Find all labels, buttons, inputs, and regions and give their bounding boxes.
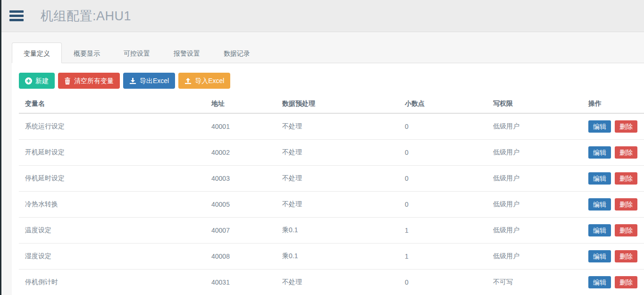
edit-button[interactable]: 编辑 xyxy=(588,172,611,185)
edit-button[interactable]: 编辑 xyxy=(588,224,611,236)
menu-toggle-icon[interactable] xyxy=(9,10,24,21)
cell-permission: 不可写 xyxy=(487,270,582,295)
tab-4[interactable]: 报警设置 xyxy=(162,42,212,63)
column-header: 变量名 xyxy=(19,95,205,113)
cell-permission: 低级用户 xyxy=(487,113,582,140)
cell-address: 40008 xyxy=(205,244,276,270)
cell-variable-name: 湿度设定 xyxy=(19,244,205,270)
new-button[interactable]: 新建 xyxy=(19,73,55,89)
cell-address: 40001 xyxy=(205,113,276,140)
toolbar: 新建 清空所有变量 导出Excel 导入Excel xyxy=(19,73,644,89)
tab-bar: 变量定义概要显示可控设置报警设置数据记录 xyxy=(12,42,644,63)
export-excel-button[interactable]: 导出Excel xyxy=(123,73,175,89)
cell-decimal: 0 xyxy=(399,192,487,218)
cell-permission: 低级用户 xyxy=(487,218,582,244)
cell-address: 40002 xyxy=(205,140,276,166)
delete-button[interactable]: 删除 xyxy=(615,146,637,159)
cell-permission: 低级用户 xyxy=(487,192,582,218)
table-row: 停机延时设定40003不处理0低级用户编辑删除 xyxy=(19,166,644,192)
edit-button[interactable]: 编辑 xyxy=(588,146,611,159)
clear-button-label: 清空所有变量 xyxy=(74,76,114,85)
cell-preprocess: 不处理 xyxy=(276,166,399,192)
edit-button[interactable]: 编辑 xyxy=(588,198,611,211)
delete-button[interactable]: 删除 xyxy=(615,172,637,185)
cell-address: 40005 xyxy=(205,192,276,218)
collapsed-sidebar-edge xyxy=(0,0,1,295)
table-row: 温度设定40007乘0.11低级用户编辑删除 xyxy=(19,218,644,244)
trash-icon xyxy=(64,77,71,84)
clear-all-variables-button[interactable]: 清空所有变量 xyxy=(58,73,120,89)
new-button-label: 新建 xyxy=(35,76,49,85)
column-header: 数据预处理 xyxy=(276,95,399,113)
download-icon xyxy=(129,77,136,84)
cell-variable-name: 停机倒计时 xyxy=(19,270,205,295)
cell-actions: 编辑删除 xyxy=(582,270,644,295)
cell-actions: 编辑删除 xyxy=(582,166,644,192)
export-button-label: 导出Excel xyxy=(140,76,169,85)
cell-decimal: 0 xyxy=(399,270,487,295)
variables-table: 变量名地址数据预处理小数点写权限操作 系统运行设定40001不处理0低级用户编辑… xyxy=(19,95,644,295)
cell-actions: 编辑删除 xyxy=(582,244,644,270)
table-row: 冷热水转换40005不处理0低级用户编辑删除 xyxy=(19,192,644,218)
import-excel-button[interactable]: 导入Excel xyxy=(178,73,230,89)
cell-preprocess: 不处理 xyxy=(276,192,399,218)
cell-decimal: 1 xyxy=(399,244,487,270)
column-header: 操作 xyxy=(582,95,644,113)
table-header-row: 变量名地址数据预处理小数点写权限操作 xyxy=(19,95,644,113)
delete-button[interactable]: 删除 xyxy=(615,276,637,288)
column-header: 地址 xyxy=(205,95,276,113)
cell-preprocess: 不处理 xyxy=(276,113,399,140)
cell-preprocess: 乘0.1 xyxy=(276,244,399,270)
cell-actions: 编辑删除 xyxy=(582,140,644,166)
column-header: 写权限 xyxy=(487,95,582,113)
cell-preprocess: 乘0.1 xyxy=(276,218,399,244)
table-row: 开机延时设定40002不处理0低级用户编辑删除 xyxy=(19,140,644,166)
cell-variable-name: 开机延时设定 xyxy=(19,140,205,166)
tab-content-panel: 新建 清空所有变量 导出Excel 导入Excel xyxy=(12,63,644,295)
cell-decimal: 0 xyxy=(399,166,487,192)
top-header: 机组配置:AHU1 xyxy=(1,0,644,32)
tab-2[interactable]: 概要显示 xyxy=(62,42,112,63)
cell-preprocess: 不处理 xyxy=(276,270,399,295)
cell-address: 40031 xyxy=(205,270,276,295)
plus-circle-icon xyxy=(25,77,32,84)
cell-address: 40007 xyxy=(205,218,276,244)
main-content: 变量定义概要显示可控设置报警设置数据记录 新建 清空所有变量 导出Excel xyxy=(12,42,644,295)
page-title: 机组配置:AHU1 xyxy=(41,8,131,25)
table-body: 系统运行设定40001不处理0低级用户编辑删除开机延时设定40002不处理0低级… xyxy=(19,113,644,295)
column-header: 小数点 xyxy=(399,95,487,113)
cell-variable-name: 冷热水转换 xyxy=(19,192,205,218)
edit-button[interactable]: 编辑 xyxy=(588,250,611,262)
table-row: 系统运行设定40001不处理0低级用户编辑删除 xyxy=(19,113,644,140)
edit-button[interactable]: 编辑 xyxy=(588,276,611,288)
table-row: 湿度设定40008乘0.11低级用户编辑删除 xyxy=(19,244,644,270)
cell-permission: 低级用户 xyxy=(487,166,582,192)
cell-address: 40003 xyxy=(205,166,276,192)
cell-permission: 低级用户 xyxy=(487,244,582,270)
cell-decimal: 0 xyxy=(399,113,487,140)
table-row: 停机倒计时40031不处理0不可写编辑删除 xyxy=(19,270,644,295)
tab-1[interactable]: 变量定义 xyxy=(12,42,62,63)
tab-5[interactable]: 数据记录 xyxy=(212,42,262,63)
cell-actions: 编辑删除 xyxy=(582,218,644,244)
cell-preprocess: 不处理 xyxy=(276,140,399,166)
cell-permission: 低级用户 xyxy=(487,140,582,166)
tab-3[interactable]: 可控设置 xyxy=(112,42,162,63)
cell-actions: 编辑删除 xyxy=(582,113,644,140)
cell-decimal: 0 xyxy=(399,140,487,166)
delete-button[interactable]: 删除 xyxy=(615,198,637,211)
delete-button[interactable]: 删除 xyxy=(615,120,637,133)
delete-button[interactable]: 删除 xyxy=(615,250,637,262)
upload-icon xyxy=(184,77,192,84)
delete-button[interactable]: 删除 xyxy=(615,224,637,236)
import-button-label: 导入Excel xyxy=(195,76,224,85)
cell-variable-name: 系统运行设定 xyxy=(19,113,205,140)
edit-button[interactable]: 编辑 xyxy=(588,120,611,133)
cell-decimal: 1 xyxy=(399,218,487,244)
cell-variable-name: 停机延时设定 xyxy=(19,166,205,192)
cell-actions: 编辑删除 xyxy=(582,192,644,218)
cell-variable-name: 温度设定 xyxy=(19,218,205,244)
